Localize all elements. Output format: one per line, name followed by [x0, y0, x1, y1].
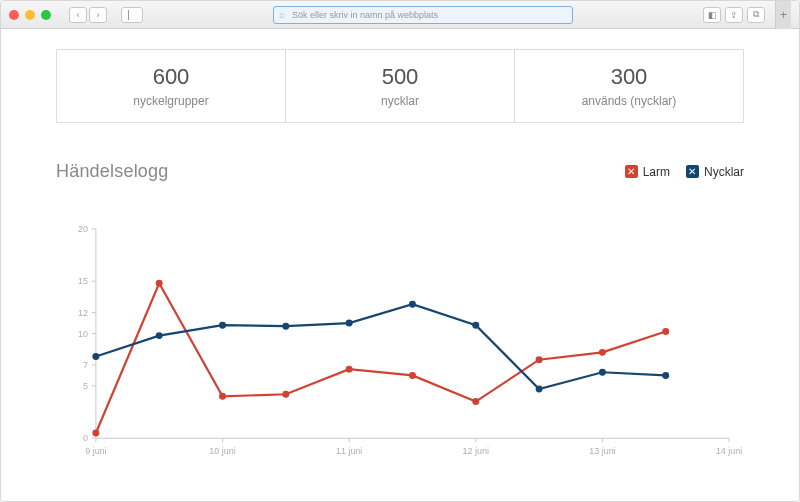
svg-point-30 — [219, 393, 226, 400]
svg-text:0: 0 — [83, 433, 88, 443]
reader-button[interactable]: ◧ — [703, 7, 721, 23]
stat-value: 300 — [611, 64, 648, 90]
svg-text:12: 12 — [78, 308, 88, 318]
svg-text:9 juni: 9 juni — [85, 446, 106, 456]
svg-text:10 juni: 10 juni — [209, 446, 235, 456]
svg-point-45 — [536, 386, 543, 393]
svg-point-28 — [92, 430, 99, 437]
chart-legend: ✕ Larm ✕ Nycklar — [625, 165, 744, 179]
svg-point-29 — [156, 280, 163, 287]
stat-label: används (nycklar) — [582, 94, 677, 108]
toolbar-right: ◧ ⇪ ⧉ — [703, 7, 765, 23]
svg-point-43 — [409, 301, 416, 308]
svg-point-44 — [472, 322, 479, 329]
svg-text:7: 7 — [83, 360, 88, 370]
svg-text:13 juni: 13 juni — [589, 446, 615, 456]
svg-point-39 — [156, 332, 163, 339]
svg-point-38 — [92, 353, 99, 360]
svg-text:12 juni: 12 juni — [463, 446, 489, 456]
tabs-button[interactable]: ⧉ — [747, 7, 765, 23]
address-bar[interactable]: Sök eller skriv in namn på webbplats — [273, 6, 573, 24]
svg-point-41 — [282, 323, 289, 330]
share-button[interactable]: ⇪ — [725, 7, 743, 23]
legend-marker-larm-icon: ✕ — [625, 165, 638, 178]
page-content: 600 nyckelgrupper 500 nycklar 300 använd… — [1, 29, 799, 501]
sidebar-toggle-icon[interactable] — [121, 7, 143, 23]
svg-point-32 — [346, 366, 353, 373]
svg-text:15: 15 — [78, 276, 88, 286]
stat-card-nyckelgrupper: 600 nyckelgrupper — [56, 49, 286, 123]
stat-card-anvands: 300 används (nycklar) — [515, 49, 744, 123]
browser-window: ‹ › Sök eller skriv in namn på webbplats… — [0, 0, 800, 502]
svg-point-46 — [599, 369, 606, 376]
legend-marker-nycklar-icon: ✕ — [686, 165, 699, 178]
svg-point-47 — [662, 372, 669, 379]
close-icon[interactable] — [9, 10, 19, 20]
legend-item-larm: ✕ Larm — [625, 165, 670, 179]
chart-header: Händelselogg ✕ Larm ✕ Nycklar — [56, 161, 744, 182]
chart-title: Händelselogg — [56, 161, 168, 182]
svg-text:14 juni: 14 juni — [716, 446, 742, 456]
legend-item-nycklar: ✕ Nycklar — [686, 165, 744, 179]
svg-point-40 — [219, 322, 226, 329]
stats-cards: 600 nyckelgrupper 500 nycklar 300 använd… — [56, 49, 744, 123]
svg-point-42 — [346, 320, 353, 327]
forward-button[interactable]: › — [89, 7, 107, 23]
svg-point-33 — [409, 372, 416, 379]
new-tab-button[interactable]: + — [775, 1, 791, 29]
window-controls — [9, 10, 51, 20]
svg-point-34 — [472, 398, 479, 405]
nav-buttons: ‹ › — [69, 7, 107, 23]
svg-point-36 — [599, 349, 606, 356]
legend-label: Larm — [643, 165, 670, 179]
minimize-icon[interactable] — [25, 10, 35, 20]
stat-value: 600 — [153, 64, 190, 90]
stat-label: nyckelgrupper — [133, 94, 208, 108]
stat-value: 500 — [382, 64, 419, 90]
titlebar: ‹ › Sök eller skriv in namn på webbplats… — [1, 1, 799, 29]
chart-area: 057101215209 juni10 juni11 juni12 juni13… — [56, 192, 744, 495]
svg-text:20: 20 — [78, 224, 88, 234]
back-button[interactable]: ‹ — [69, 7, 87, 23]
svg-point-37 — [662, 328, 669, 335]
svg-point-35 — [536, 356, 543, 363]
fullscreen-icon[interactable] — [41, 10, 51, 20]
svg-text:10: 10 — [78, 329, 88, 339]
svg-text:11 juni: 11 juni — [336, 446, 362, 456]
svg-point-31 — [282, 391, 289, 398]
address-bar-wrap: Sök eller skriv in namn på webbplats — [153, 6, 693, 24]
address-bar-placeholder: Sök eller skriv in namn på webbplats — [292, 10, 438, 20]
stat-label: nycklar — [381, 94, 419, 108]
line-chart: 057101215209 juni10 juni11 juni12 juni13… — [56, 192, 744, 495]
svg-text:5: 5 — [83, 381, 88, 391]
legend-label: Nycklar — [704, 165, 744, 179]
stat-card-nycklar: 500 nycklar — [286, 49, 515, 123]
